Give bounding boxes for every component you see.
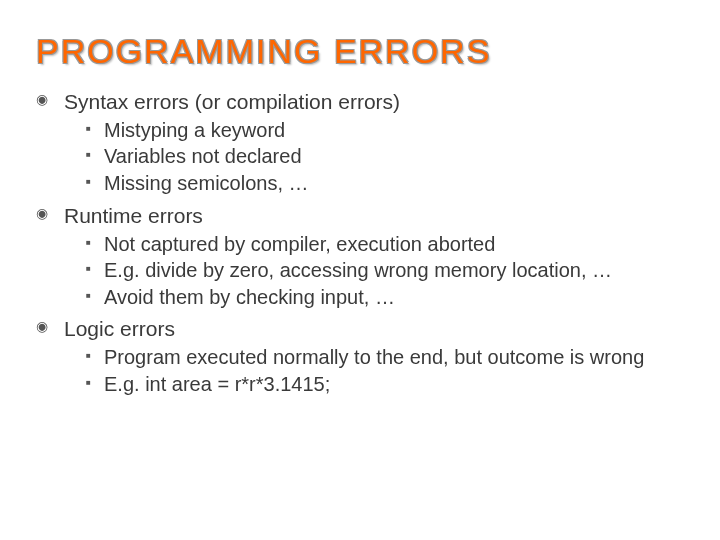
sub-list: Not captured by compiler, execution abor… [64,232,684,311]
sub-list-item: Missing semicolons, … [86,171,684,197]
sub-list-item: Variables not declared [86,144,684,170]
sub-list-item: E.g. divide by zero, accessing wrong mem… [86,258,684,284]
sub-list-item: Program executed normally to the end, bu… [86,345,684,371]
outline-list: Syntax errors (or compilation errors) Mi… [36,89,684,397]
list-item-label: Logic errors [64,317,175,340]
sub-list-item: Mistyping a keyword [86,118,684,144]
slide: PROGRAMMING ERRORS Syntax errors (or com… [0,0,720,540]
slide-title: PROGRAMMING ERRORS [36,32,684,71]
sub-list: Program executed normally to the end, bu… [64,345,684,397]
sub-list: Mistyping a keyword Variables not declar… [64,118,684,197]
sub-list-item: E.g. int area = r*r*3.1415; [86,372,684,398]
sub-list-item: Not captured by compiler, execution abor… [86,232,684,258]
list-item-label: Runtime errors [64,204,203,227]
list-item: Syntax errors (or compilation errors) Mi… [36,89,684,197]
sub-list-item: Avoid them by checking input, … [86,285,684,311]
list-item-label: Syntax errors (or compilation errors) [64,90,400,113]
slide-content: Syntax errors (or compilation errors) Mi… [36,89,684,397]
list-item: Runtime errors Not captured by compiler,… [36,203,684,311]
list-item: Logic errors Program executed normally t… [36,316,684,397]
